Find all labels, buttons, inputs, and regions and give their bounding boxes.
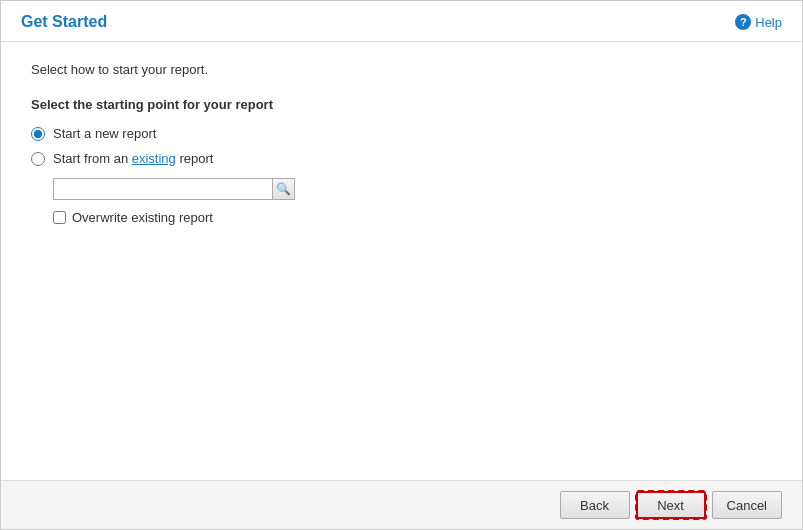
page-title: Get Started bbox=[21, 13, 107, 31]
header: Get Started ? Help bbox=[1, 1, 802, 42]
radio-existing-report-input[interactable] bbox=[31, 152, 45, 166]
existing-label-before: Start from an bbox=[53, 151, 132, 166]
help-link[interactable]: ? Help bbox=[735, 14, 782, 30]
overwrite-checkbox-label: Overwrite existing report bbox=[72, 210, 213, 225]
radio-group: Start a new report Start from an existin… bbox=[31, 126, 772, 166]
radio-new-report[interactable]: Start a new report bbox=[31, 126, 772, 141]
next-button[interactable]: Next bbox=[636, 491, 706, 519]
back-button[interactable]: Back bbox=[560, 491, 630, 519]
help-icon: ? bbox=[735, 14, 751, 30]
existing-label-after: report bbox=[176, 151, 214, 166]
browse-button[interactable]: 🔍 bbox=[273, 178, 295, 200]
file-input-row: 🔍 bbox=[53, 178, 772, 200]
overwrite-checkbox-row: Overwrite existing report bbox=[53, 210, 772, 225]
radio-existing-report-label: Start from an existing report bbox=[53, 151, 213, 166]
cancel-button[interactable]: Cancel bbox=[712, 491, 782, 519]
existing-link-text: existing bbox=[132, 151, 176, 166]
file-path-input[interactable] bbox=[53, 178, 273, 200]
subtitle-text: Select how to start your report. bbox=[31, 62, 772, 77]
page-container: Get Started ? Help Select how to start y… bbox=[0, 0, 803, 530]
radio-existing-report[interactable]: Start from an existing report bbox=[31, 151, 772, 166]
browse-icon: 🔍 bbox=[276, 182, 291, 196]
footer: Back Next Cancel bbox=[1, 480, 802, 529]
overwrite-checkbox[interactable] bbox=[53, 211, 66, 224]
content-area: Select how to start your report. Select … bbox=[1, 42, 802, 480]
radio-new-report-label: Start a new report bbox=[53, 126, 156, 141]
radio-new-report-input[interactable] bbox=[31, 127, 45, 141]
help-label: Help bbox=[755, 15, 782, 30]
section-label: Select the starting point for your repor… bbox=[31, 97, 772, 112]
